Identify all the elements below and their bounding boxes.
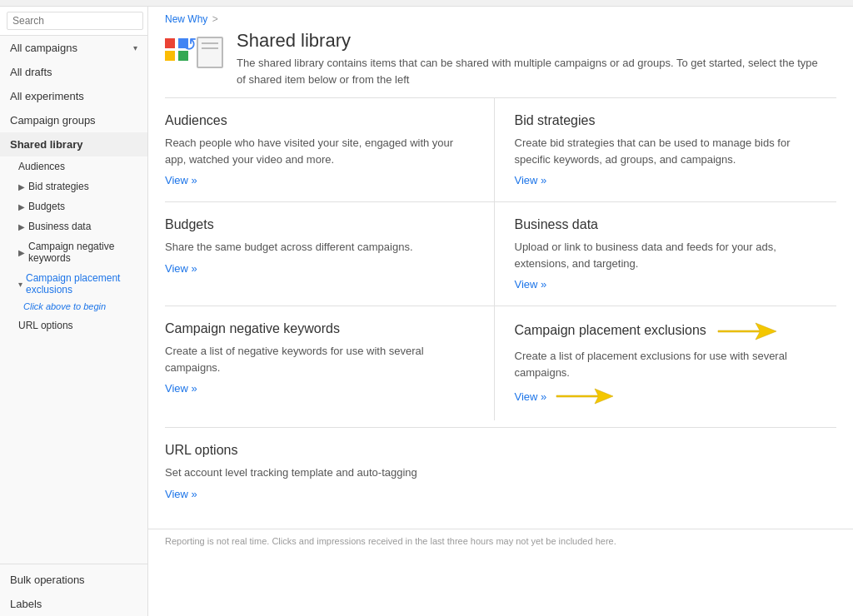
sidebar-item-label: Audiences <box>18 161 65 172</box>
search-bar: « <box>0 7 147 36</box>
chevron-right-icon: ▶ <box>18 182 25 191</box>
content-row-1: Audiences Reach people who have visited … <box>165 97 836 201</box>
page-header: ↺ Shared library The shared library cont… <box>148 27 853 97</box>
card-description: Create a list of negative keywords for u… <box>165 343 474 375</box>
sidebar-item-label: Business data <box>28 221 91 232</box>
card-description: Create bid strategies that can be used t… <box>515 135 824 167</box>
arrow-icon: ↺ <box>182 34 197 56</box>
card-description: Create a list of placement exclusions fo… <box>515 348 824 380</box>
icon-square-yellow <box>165 51 175 61</box>
sidebar-item-label: All campaigns <box>10 42 77 54</box>
svg-marker-0 <box>718 323 776 340</box>
chevron-down-icon: ▾ <box>133 43 137 52</box>
sidebar-item-campaign-negative[interactable]: ▶ Campaign negative keywords <box>0 236 147 268</box>
breadcrumb[interactable]: New Why > <box>148 7 853 27</box>
sidebar-item-budgets[interactable]: ▶ Budgets <box>0 196 147 216</box>
sidebar-item-bid-strategies[interactable]: ▶ Bid strategies <box>0 176 147 196</box>
sidebar-item-all-experiments[interactable]: All experiments <box>0 84 147 108</box>
card-view-link[interactable]: View » <box>165 382 197 395</box>
sidebar-item-label: Campaign groups <box>10 114 96 127</box>
chevron-right-icon: ▶ <box>18 248 25 257</box>
sidebar-item-campaign-groups[interactable]: Campaign groups <box>0 108 147 132</box>
card-title: Business data <box>515 217 824 232</box>
card-title: Audiences <box>165 113 474 128</box>
breadcrumb-separator: > <box>212 13 218 25</box>
card-campaign-negative: Campaign negative keywords Create a list… <box>165 306 495 420</box>
card-description: Share the same budget across different c… <box>165 239 474 256</box>
url-options-link[interactable]: View » <box>165 488 197 500</box>
sidebar-section-shared-library: Shared library <box>0 132 147 156</box>
sidebar-item-all-campaigns[interactable]: All campaigns ▾ <box>0 36 147 60</box>
url-options-description: Set account level tracking template and … <box>165 464 836 481</box>
chevron-down-icon: ▾ <box>18 280 22 289</box>
sidebar-item-label: All experiments <box>10 90 84 102</box>
card-title: Bid strategies <box>515 113 824 128</box>
sidebar-item-label: Bid strategies <box>28 181 89 192</box>
card-view-link[interactable]: View » <box>515 174 547 186</box>
card-bid-strategies: Bid strategies Create bid strategies tha… <box>495 98 837 201</box>
sidebar-nav: All campaigns ▾ All drafts All experimen… <box>0 36 147 564</box>
sidebar-item-bulk-operations[interactable]: Bulk operations <box>0 568 147 592</box>
card-title: Campaign negative keywords <box>165 321 474 336</box>
sidebar-item-label: Budgets <box>28 201 65 212</box>
sidebar-campaign-placement-note[interactable]: Click above to begin <box>0 300 147 315</box>
card-audiences: Audiences Reach people who have visited … <box>165 98 495 201</box>
sidebar-item-labels[interactable]: Labels <box>0 592 147 616</box>
sidebar-item-business-data[interactable]: ▶ Business data <box>0 216 147 236</box>
card-title: Budgets <box>165 217 474 232</box>
card-business-data: Business data Upload or link to business… <box>495 202 837 306</box>
card-title: Campaign placement exclusions <box>515 321 824 341</box>
card-view-link[interactable]: View » <box>515 390 547 403</box>
card-budgets: Budgets Share the same budget across dif… <box>165 202 495 306</box>
content-row-2: Budgets Share the same budget across dif… <box>165 201 836 306</box>
card-description: Reach people who have visited your site,… <box>165 135 474 167</box>
arrow-annotation-link <box>553 387 613 405</box>
sidebar-item-label: Bulk operations <box>10 574 85 586</box>
shared-library-icon: ↺ <box>165 30 223 80</box>
breadcrumb-link[interactable]: New Why <box>165 13 207 25</box>
card-description: Upload or link to business data and feed… <box>515 239 824 271</box>
document-icon <box>197 37 223 68</box>
sidebar-item-audiences[interactable]: Audiences <box>0 156 147 176</box>
card-view-link[interactable]: View » <box>515 278 547 291</box>
sidebar-bottom: Bulk operations Labels <box>0 564 147 616</box>
page-title-area: Shared library The shared library contai… <box>237 30 820 87</box>
url-options-section: URL options Set account level tracking t… <box>165 427 836 515</box>
content-row-3: Campaign negative keywords Create a list… <box>165 306 836 420</box>
sidebar-item-label: URL options <box>18 320 73 331</box>
page-description: The shared library contains items that c… <box>237 55 820 87</box>
card-view-link[interactable]: View » <box>165 174 197 186</box>
content-grid: Audiences Reach people who have visited … <box>148 97 853 420</box>
arrow-annotation-title <box>710 321 776 341</box>
bottom-sections: URL options Set account level tracking t… <box>148 420 853 522</box>
sidebar-item-url-options[interactable]: URL options <box>0 315 147 335</box>
sidebar-item-all-drafts[interactable]: All drafts <box>0 60 147 84</box>
chevron-right-icon: ▶ <box>18 222 25 231</box>
sidebar-item-label: Campaign placement exclusions <box>26 272 137 296</box>
sidebar-item-label: Campaign negative keywords <box>28 241 137 264</box>
page-title: Shared library <box>237 30 820 52</box>
chevron-right-icon: ▶ <box>18 202 25 211</box>
search-input[interactable] <box>7 12 143 30</box>
sidebar-item-label: Labels <box>10 598 42 610</box>
footer-note: Reporting is not real time. Clicks and i… <box>148 529 853 553</box>
sidebar-item-label: All drafts <box>10 66 52 78</box>
icon-square-red <box>165 38 175 48</box>
svg-marker-1 <box>556 389 613 404</box>
sidebar-item-campaign-placement[interactable]: ▾ Campaign placement exclusions <box>0 268 147 300</box>
card-campaign-placement: Campaign placement exclusions Create a l… <box>495 306 837 420</box>
main-content: New Why > ↺ Shared library The shared li… <box>148 7 853 616</box>
url-options-title: URL options <box>165 443 836 458</box>
sidebar: « All campaigns ▾ All drafts All experim… <box>0 7 148 616</box>
card-view-link[interactable]: View » <box>165 262 197 275</box>
